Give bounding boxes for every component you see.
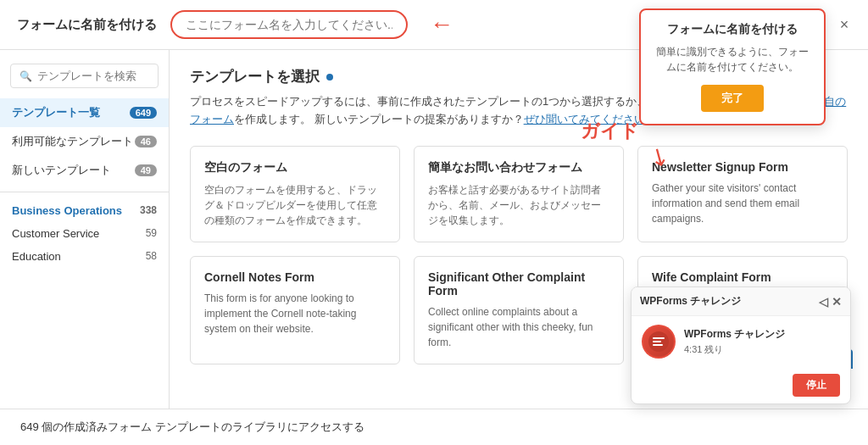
template-title: 簡単なお問い合わせフォーム — [428, 160, 609, 175]
sidebar-category-business[interactable]: Business Operations 338 — [0, 199, 169, 222]
sidebar-category-customer[interactable]: Customer Service 59 — [0, 222, 169, 245]
template-card-3[interactable]: Cornell Notes Form This form is for anyo… — [190, 256, 400, 364]
sidebar-item-label: 新しいテンプレート — [12, 163, 111, 178]
sidebar-item-all-templates[interactable]: テンプレート一覧 649 — [0, 98, 169, 127]
bottom-text: 649 個の作成済みフォーム テンプレートのライブラリにアクセスする — [20, 420, 364, 433]
wpforms-notif-title: WPForms チャレンジ — [684, 327, 840, 342]
template-card-1[interactable]: 簡単なお問い合わせフォーム お客様と話す必要があるサイト訪問者から、名前、メール… — [414, 146, 624, 242]
sidebar-item-label: 利用可能なテンプレート — [12, 134, 133, 149]
sidebar-item-available[interactable]: 利用可能なテンプレート 46 — [0, 127, 169, 156]
wpforms-notif-close-buttons[interactable]: ◁ ✕ — [819, 295, 842, 309]
wpforms-notif-header: WPForms チャレンジ ◁ ✕ — [632, 287, 850, 316]
sidebar-item-count: 46 — [135, 136, 157, 147]
close-button[interactable]: × — [834, 14, 854, 35]
category-count: 58 — [146, 250, 157, 263]
category-count: 338 — [140, 204, 157, 217]
sidebar-item-new[interactable]: 新しいテンプレート 49 — [0, 156, 169, 185]
wpforms-notif-time: 4:31 残り — [684, 343, 840, 356]
template-title: 空白のフォーム — [204, 160, 386, 175]
blue-dot-icon — [326, 74, 333, 81]
search-icon: 🔍 — [19, 70, 32, 82]
form-name-input-wrapper — [170, 10, 408, 39]
wpforms-notification: WPForms チャレンジ ◁ ✕ WPForms チャレンジ 4:31 残り … — [631, 286, 851, 404]
category-label: Customer Service — [12, 227, 99, 240]
search-input[interactable] — [37, 70, 149, 82]
template-desc: Gather your site visitors' contact infor… — [652, 181, 833, 226]
sidebar: 🔍 テンプレート一覧 649 利用可能なテンプレート 46 新しいテンプレート … — [0, 50, 170, 409]
close-icon[interactable]: ✕ — [832, 295, 842, 309]
template-desc: 空白のフォームを使用すると、ドラッグ＆ドロップビルダーを使用して任意の種類のフォ… — [204, 182, 386, 228]
sidebar-item-label: テンプレート一覧 — [12, 105, 100, 120]
sidebar-item-count: 649 — [130, 107, 157, 119]
template-card-2[interactable]: Newsletter Signup Form Gather your site … — [637, 146, 848, 242]
section-title: テンプレートを選択 — [190, 67, 320, 86]
page-title: フォームに名前を付ける — [17, 17, 157, 33]
template-title: Significant Other Complaint Form — [428, 270, 609, 298]
template-desc: Collect online complaints about a signif… — [428, 304, 609, 350]
tooltip-done-button[interactable]: 完了 — [701, 85, 764, 112]
sidebar-category-education[interactable]: Education 58 — [0, 245, 169, 268]
template-desc: お客様と話す必要があるサイト訪問者から、名前、メール、およびメッセージを収集しま… — [428, 182, 609, 228]
form-name-input[interactable] — [170, 10, 408, 39]
bottom-bar: 649 個の作成済みフォーム テンプレートのライブラリにアクセスする — [0, 409, 868, 445]
template-title: Wife Complaint Form — [652, 270, 833, 284]
tooltip-desc: 簡単に識別できるように、フォームに名前を付けてください。 — [654, 44, 810, 75]
red-arrow-icon: ← — [430, 11, 453, 38]
wpforms-notif-info: WPForms チャレンジ 4:31 残り — [684, 327, 840, 356]
wpforms-avatar-inner — [643, 326, 674, 357]
sidebar-item-count: 49 — [135, 164, 157, 176]
wpforms-notif-footer: 停止 — [632, 367, 850, 403]
guide-label: ガイド — [581, 119, 639, 144]
wpforms-notif-body: WPForms チャレンジ 4:31 残り — [632, 316, 850, 367]
wpforms-avatar — [642, 325, 676, 359]
tooltip-title: フォームに名前を付ける — [654, 22, 810, 37]
template-title: Newsletter Signup Form — [652, 160, 833, 174]
back-icon[interactable]: ◁ — [819, 295, 828, 309]
template-title: Cornell Notes Form — [204, 270, 386, 284]
wpforms-challenge-title: WPForms チャレンジ — [640, 294, 741, 309]
category-label: Business Operations — [12, 204, 122, 217]
tooltip-popup: フォームに名前を付ける 簡単に識別できるように、フォームに名前を付けてください。… — [639, 8, 826, 125]
stop-button[interactable]: 停止 — [793, 374, 840, 397]
category-count: 59 — [146, 227, 157, 240]
template-card-0[interactable]: 空白のフォーム 空白のフォームを使用すると、ドラッグ＆ドロップビルダーを使用して… — [190, 146, 400, 242]
category-label: Education — [12, 250, 61, 263]
sidebar-divider — [0, 192, 169, 192]
search-box[interactable]: 🔍 — [10, 64, 159, 88]
template-card-4[interactable]: Significant Other Complaint Form Collect… — [414, 256, 624, 364]
template-desc: This form is for anyone looking to imple… — [204, 291, 386, 337]
